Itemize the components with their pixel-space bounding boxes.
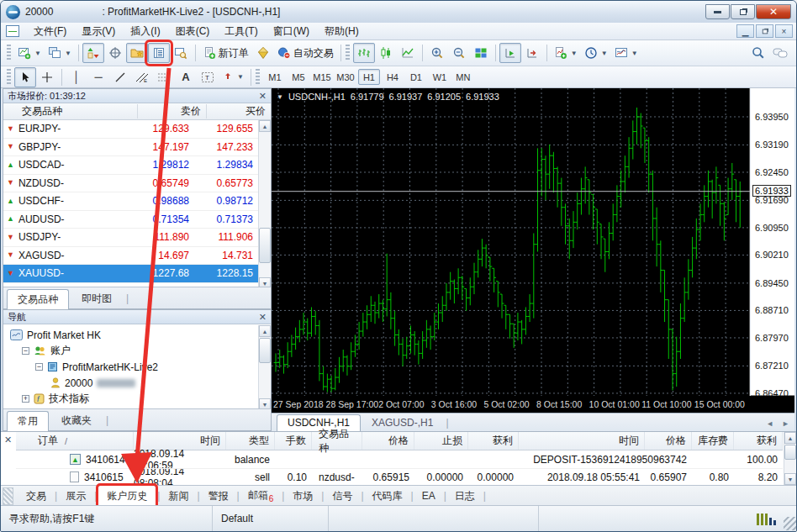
- tab-journal[interactable]: 日志: [447, 487, 483, 506]
- market-watch-scrollbar[interactable]: ▲ ▼: [258, 120, 271, 289]
- market-watch-row[interactable]: ▲USDCAD-1.298121.29834: [3, 156, 258, 175]
- col-symbol[interactable]: 交易品种: [312, 432, 362, 450]
- trendline-button[interactable]: [109, 67, 131, 87]
- market-watch-header[interactable]: 市场报价: 01:39:12 ✕: [3, 89, 271, 103]
- col-sell[interactable]: 卖价: [138, 104, 207, 119]
- toolbar-grip[interactable]: [346, 45, 350, 61]
- chevron-down-icon[interactable]: ▼: [277, 93, 283, 101]
- tile-windows-button[interactable]: [470, 43, 492, 63]
- col-swap[interactable]: 库存费: [692, 432, 734, 450]
- terminal-button[interactable]: [148, 43, 170, 63]
- col-buy[interactable]: 买价: [207, 104, 271, 119]
- chart-window-icon[interactable]: [6, 25, 19, 37]
- terminal-scrollbar[interactable]: ▲ ▼: [784, 432, 796, 485]
- tab-ea[interactable]: EA: [414, 487, 443, 504]
- col-order[interactable]: 订单: [38, 434, 58, 448]
- market-watch-row[interactable]: ▼XAGUSD-14.69714.731: [3, 247, 258, 266]
- chart-tab-xagusd[interactable]: XAGUSD-,H1: [361, 414, 444, 431]
- tab-tick-chart[interactable]: 即时图: [71, 288, 123, 308]
- title-bar[interactable]: 20000 : ProfitMarketHK-Live2 - [USDCNH-,…: [1, 1, 796, 23]
- tree-item-indicators[interactable]: + f 技术指标: [3, 391, 271, 407]
- status-profile[interactable]: Default: [213, 506, 329, 531]
- terminal-close-icon[interactable]: ✕: [4, 435, 12, 445]
- toolbar-grip[interactable]: [7, 45, 11, 61]
- market-watch-close-icon[interactable]: ✕: [259, 92, 267, 101]
- chart-plot[interactable]: ▼ USDCNH-,H1 6.91779 6.91937 6.91205 6.9…: [272, 88, 750, 396]
- col-sl[interactable]: 止损: [414, 432, 468, 450]
- market-watch-button[interactable]: [82, 43, 104, 63]
- tab-symbols[interactable]: 交易品种: [7, 289, 69, 309]
- chart-plot-svg[interactable]: [272, 88, 750, 396]
- cursor-button[interactable]: [14, 67, 36, 87]
- col-symbol[interactable]: 交易品种: [3, 104, 138, 119]
- tree-item-accounts[interactable]: − 账户: [3, 343, 271, 359]
- tab-code-base[interactable]: 代码库: [365, 487, 410, 506]
- col-close-time[interactable]: 时间: [519, 432, 645, 450]
- market-watch-row[interactable]: ▲AUDUSD-0.713540.71373: [3, 211, 258, 229]
- navigator-header[interactable]: 导航 ✕: [3, 310, 271, 324]
- col-type[interactable]: 类型: [226, 432, 275, 450]
- tab-signals[interactable]: 信号: [325, 487, 360, 506]
- menu-tools[interactable]: 工具(T): [217, 23, 265, 40]
- market-watch-row[interactable]: ▼NZDUSD-0.657490.65773: [3, 175, 258, 193]
- toolbar-grip[interactable]: [7, 69, 11, 86]
- tree-item-broker-root[interactable]: Profit Market HK: [3, 327, 271, 343]
- new-chart-button[interactable]: ▼: [14, 43, 45, 63]
- menu-file[interactable]: 文件(F): [26, 23, 74, 40]
- history-row-trade[interactable]: 3410615 2018.09.14 08:08:04 sell 0.10 nz…: [16, 468, 783, 485]
- profiles-button[interactable]: ▼: [45, 43, 75, 63]
- vertical-line-button[interactable]: │: [66, 67, 87, 87]
- market-watch-row[interactable]: ▼GBPJPY-147.197147.233: [3, 139, 258, 157]
- timeframe-m30[interactable]: M30: [335, 69, 356, 85]
- menu-view[interactable]: 显示(V): [74, 23, 123, 40]
- mdi-minimize-button[interactable]: ▁: [736, 24, 754, 38]
- timeframe-m5[interactable]: M5: [288, 69, 309, 85]
- metaeditor-button[interactable]: [252, 43, 274, 63]
- menu-help[interactable]: 帮助(H): [317, 23, 367, 40]
- zoom-in-button[interactable]: [426, 43, 448, 63]
- timeframe-h4[interactable]: H4: [382, 69, 404, 85]
- zoom-out-button[interactable]: [448, 43, 470, 63]
- history-row-balance[interactable]: ▲3410614 2018.09.14 08:06:59 balance DEP…: [16, 450, 783, 468]
- tree-item-server[interactable]: − ProfitMarketHK-Live2: [3, 359, 271, 375]
- chart-tabs-left-arrow[interactable]: ◄: [766, 419, 773, 428]
- mdi-close-button[interactable]: ×: [775, 24, 793, 38]
- bar-chart-button[interactable]: [353, 43, 375, 63]
- templates-button[interactable]: ▼: [611, 43, 641, 63]
- strategy-tester-button[interactable]: [170, 43, 192, 63]
- tab-common[interactable]: 常用: [7, 411, 49, 431]
- time-axis[interactable]: 27 Sep 201828 Sep 17:002 Oct 07:003 Oct …: [272, 396, 794, 413]
- search-button[interactable]: [747, 43, 769, 63]
- text-button[interactable]: A: [175, 67, 197, 87]
- tab-favorites[interactable]: 收藏夹: [50, 410, 103, 430]
- candlestick-button[interactable]: [375, 43, 397, 63]
- collapse-icon[interactable]: −: [35, 363, 43, 371]
- timeframe-m15[interactable]: M15: [311, 69, 333, 85]
- terminal-dock-grip[interactable]: [3, 487, 13, 505]
- equidistant-channel-button[interactable]: E: [131, 67, 153, 87]
- mdi-restore-button[interactable]: [756, 24, 773, 38]
- chart-tabs-right-arrow[interactable]: ►: [782, 419, 789, 428]
- timeframe-m1[interactable]: M1: [264, 69, 286, 85]
- timeframe-w1[interactable]: W1: [429, 69, 451, 85]
- fibonacci-button[interactable]: F: [153, 67, 175, 87]
- text-label-button[interactable]: T: [197, 67, 219, 87]
- col-price[interactable]: 价格: [362, 432, 414, 450]
- auto-scroll-button[interactable]: [499, 43, 521, 63]
- menu-insert[interactable]: 插入(I): [123, 23, 167, 40]
- data-window-button[interactable]: [104, 43, 126, 63]
- tab-mailbox[interactable]: 邮箱6: [240, 486, 282, 505]
- restore-button[interactable]: [731, 4, 755, 19]
- col-profit[interactable]: 获利: [734, 432, 783, 450]
- menu-charts[interactable]: 图表(C): [168, 23, 218, 40]
- arrows-tool-button[interactable]: ▼: [219, 67, 247, 87]
- horizontal-line-button[interactable]: ─: [87, 67, 109, 87]
- tab-market[interactable]: 市场: [285, 487, 320, 506]
- tab-news[interactable]: 新闻: [161, 487, 196, 506]
- market-watch-row[interactable]: ▼EURJPY-129.633129.655: [3, 120, 258, 139]
- price-axis[interactable]: 6.939506.931906.924506.916906.909506.902…: [751, 88, 794, 396]
- menu-window[interactable]: 窗口(W): [266, 23, 317, 40]
- col-close-price[interactable]: 价格: [645, 432, 692, 450]
- col-lots[interactable]: 手数: [275, 432, 312, 450]
- resize-grip[interactable]: [784, 517, 797, 530]
